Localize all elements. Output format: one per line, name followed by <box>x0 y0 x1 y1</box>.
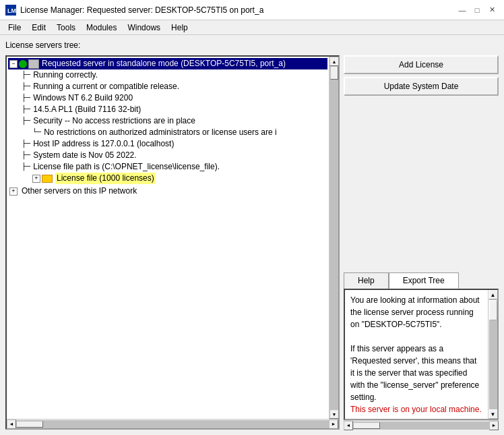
tree-node-label: Running correctly. <box>33 69 98 81</box>
main-content: License servers tree: − Requested server… <box>0 35 504 435</box>
scroll-track-h[interactable] <box>16 420 329 428</box>
expand-icon-root[interactable]: − <box>9 60 18 68</box>
tree-panel[interactable]: − Requested server in standalone mode (D… <box>5 55 340 430</box>
tree-node-release: ├─ Running a current or compatible relea… <box>8 81 327 92</box>
text-scroll-up-btn[interactable]: ▲ <box>489 290 498 299</box>
expand-icon-folder[interactable]: + <box>32 175 40 183</box>
tree-node-license-file[interactable]: + License file (1000 licenses) <box>8 173 327 184</box>
text-area-panel: You are looking at information about the… <box>344 289 499 420</box>
tree-node-running: ├─ Running correctly. <box>8 69 327 81</box>
right-panel: Add License Update System Date Help Expo… <box>344 55 499 430</box>
tree-node-label: System date is Nov 05 2022. <box>33 150 136 161</box>
scroll-left-btn[interactable]: ◄ <box>7 419 16 429</box>
title-bar: LM License Manager: Requested server: DE… <box>0 0 504 20</box>
tree-node-label: Host IP address is 127.0.0.1 (localhost) <box>33 138 174 150</box>
tree-node-label: License file path is (C:\OPNET_license\l… <box>33 161 220 173</box>
scroll-right-btn[interactable]: ► <box>329 419 338 429</box>
window-title: License Manager: Requested server: DESKT… <box>20 5 263 15</box>
add-license-button[interactable]: Add License <box>344 55 499 74</box>
tree-node-hostip: ├─ Host IP address is 127.0.0.1 (localho… <box>8 138 327 150</box>
tree-node-security: ├─ Security -- No access restrictions ar… <box>8 115 327 127</box>
scroll-track-v[interactable] <box>329 66 338 409</box>
tree-node-winnt: ├─ Windows NT 6.2 Build 9200 <box>8 92 327 104</box>
tab-help[interactable]: Help <box>344 272 389 289</box>
tree-node-sysdate: ├─ System date is Nov 05 2022. <box>8 150 327 161</box>
folder-icon <box>42 175 53 183</box>
text-scroll-thumb[interactable] <box>489 300 497 320</box>
scroll-down-btn[interactable]: ▼ <box>329 409 338 419</box>
tab-export-tree[interactable]: Export Tree <box>389 272 459 289</box>
menu-modules[interactable]: Modules <box>81 22 122 34</box>
tree-node-label: Windows NT 6.2 Build 9200 <box>33 92 133 104</box>
close-button[interactable]: ✕ <box>485 3 499 17</box>
action-buttons: Add License Update System Date <box>344 55 499 96</box>
bottom-section: Help Export Tree You are looking at info… <box>344 272 499 430</box>
tab-bar: Help Export Tree <box>344 272 499 289</box>
minimize-button[interactable]: — <box>455 3 469 17</box>
tree-node-label: 14.5.A PL1 (Build 7116 32-bit) <box>33 104 141 115</box>
panels: − Requested server in standalone mode (D… <box>5 55 499 430</box>
scroll-thumb-v[interactable] <box>330 66 338 80</box>
scroll-up-btn[interactable]: ▲ <box>329 57 338 66</box>
window-controls: — □ ✕ <box>455 3 499 17</box>
maximize-button[interactable]: □ <box>470 3 484 17</box>
menu-file[interactable]: File <box>3 22 26 34</box>
tree-node-label: Security -- No access restrictions are i… <box>33 115 195 127</box>
menu-windows[interactable]: Windows <box>122 22 166 34</box>
expand-icon-other[interactable]: + <box>9 187 18 196</box>
text-horizontal-scrollbar[interactable]: ◄ ► <box>344 420 499 430</box>
app-icon: LM <box>5 5 16 16</box>
highlight-text: This server is on your local machine. <box>350 405 482 414</box>
svg-text:LM: LM <box>7 7 16 14</box>
help-text-content: You are looking at information about the… <box>345 290 488 419</box>
text-hscroll-thumb[interactable] <box>353 422 380 429</box>
tree-vertical-scrollbar[interactable]: ▲ ▼ <box>329 57 338 419</box>
text-scroll-track[interactable] <box>489 299 497 409</box>
status-icon-green <box>19 60 27 68</box>
menu-bar: File Edit Tools Modules Windows Help <box>0 20 504 35</box>
menu-edit[interactable]: Edit <box>26 22 51 34</box>
tree-node-other-servers[interactable]: + Other servers on this IP network <box>8 185 327 197</box>
tree-node-no-restrictions: └─ No restrictions on authorized adminis… <box>8 127 327 138</box>
tree-content: − Requested server in standalone mode (D… <box>7 57 329 419</box>
tree-node-license-path: ├─ License file path is (C:\OPNET_licens… <box>8 161 327 173</box>
tree-node-label: No restrictions on authorized administra… <box>44 127 276 138</box>
tree-node-label-license: License file (1000 licenses) <box>55 173 156 184</box>
tree-node-label-other: Other servers on this IP network <box>22 185 137 197</box>
tree-node-version: ├─ 14.5.A PL1 (Build 7116 32-bit) <box>8 104 327 115</box>
text-hscroll-track[interactable] <box>353 422 489 430</box>
tree-node-label: Running a current or compatible release. <box>33 81 179 92</box>
scroll-thumb-h[interactable] <box>16 421 43 428</box>
tree-node-label-root: Requested server in standalone mode (DES… <box>42 58 286 69</box>
server-icon <box>28 59 39 69</box>
menu-help[interactable]: Help <box>166 22 193 34</box>
text-scroll-down-btn[interactable]: ▼ <box>489 409 498 419</box>
update-date-button[interactable]: Update System Date <box>344 77 499 96</box>
tree-horizontal-scrollbar[interactable]: ◄ ► <box>7 419 338 428</box>
text-scroll-right-btn[interactable]: ► <box>489 421 499 430</box>
tree-node-server-root[interactable]: − Requested server in standalone mode (D… <box>8 58 327 69</box>
tree-section-label: License servers tree: <box>5 40 499 50</box>
text-scroll-left-btn[interactable]: ◄ <box>344 421 353 430</box>
menu-tools[interactable]: Tools <box>51 22 81 34</box>
text-vertical-scrollbar[interactable]: ▲ ▼ <box>488 290 497 419</box>
